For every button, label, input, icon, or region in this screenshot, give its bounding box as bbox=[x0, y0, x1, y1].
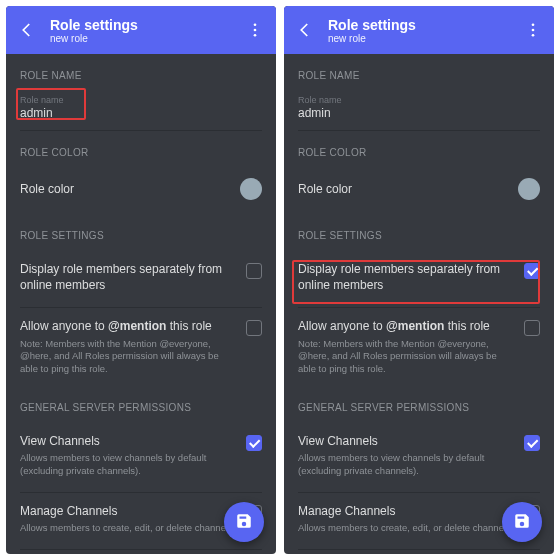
save-icon bbox=[513, 512, 531, 532]
checkbox-display-separate[interactable] bbox=[524, 263, 540, 279]
back-arrow-icon[interactable] bbox=[296, 21, 314, 39]
role-color-swatch[interactable] bbox=[240, 178, 262, 200]
role-color-label: Role color bbox=[298, 182, 518, 196]
section-general-perms: GENERAL SERVER PERMISSIONS bbox=[298, 402, 540, 413]
perm-view-channels-desc: Allows members to view channels by defau… bbox=[298, 452, 514, 478]
svg-point-0 bbox=[254, 23, 257, 26]
divider bbox=[20, 130, 262, 131]
perm-manage-roles[interactable]: Manage Roles Allows members to create ne… bbox=[298, 550, 540, 554]
header-titles: Role settings new role bbox=[50, 17, 232, 44]
checkbox-allow-mention[interactable] bbox=[524, 320, 540, 336]
scroll-content: ROLE NAME Role name admin ROLE COLOR Rol… bbox=[6, 54, 276, 554]
setting-display-separate-title: Display role members separately from onl… bbox=[20, 261, 236, 293]
section-role-name: ROLE NAME bbox=[298, 70, 540, 81]
header-subtitle: new role bbox=[50, 33, 232, 44]
perm-manage-channels-desc: Allows members to create, edit, or delet… bbox=[20, 522, 236, 535]
role-name-field-label: Role name bbox=[20, 95, 262, 105]
header-titles: Role settings new role bbox=[328, 17, 510, 44]
svg-point-1 bbox=[254, 29, 257, 32]
checkbox-display-separate[interactable] bbox=[246, 263, 262, 279]
role-name-field-value: admin bbox=[298, 106, 540, 120]
checkbox-view-channels[interactable] bbox=[246, 435, 262, 451]
section-role-settings: ROLE SETTINGS bbox=[298, 230, 540, 241]
setting-display-separate-title: Display role members separately from onl… bbox=[298, 261, 514, 293]
role-color-row[interactable]: Role color bbox=[298, 168, 540, 214]
header-bar: Role settings new role bbox=[284, 6, 554, 54]
role-name-field[interactable]: Role name admin bbox=[20, 91, 262, 126]
overflow-menu-icon[interactable] bbox=[524, 21, 542, 39]
setting-allow-mention-desc: Note: Members with the Mention @everyone… bbox=[298, 338, 514, 376]
setting-display-separate[interactable]: Display role members separately from onl… bbox=[298, 251, 540, 303]
section-role-color: ROLE COLOR bbox=[20, 147, 262, 158]
perm-view-channels-title: View Channels bbox=[20, 433, 236, 449]
role-name-field[interactable]: Role name admin bbox=[298, 91, 540, 126]
save-fab[interactable] bbox=[502, 502, 542, 542]
overflow-menu-icon[interactable] bbox=[246, 21, 264, 39]
section-role-color: ROLE COLOR bbox=[298, 147, 540, 158]
svg-point-5 bbox=[532, 34, 535, 37]
checkbox-allow-mention[interactable] bbox=[246, 320, 262, 336]
save-fab[interactable] bbox=[224, 502, 264, 542]
setting-display-separate[interactable]: Display role members separately from onl… bbox=[20, 251, 262, 303]
section-role-settings: ROLE SETTINGS bbox=[20, 230, 262, 241]
role-name-field-value: admin bbox=[20, 106, 262, 120]
scroll-content: ROLE NAME Role name admin ROLE COLOR Rol… bbox=[284, 54, 554, 554]
header-title: Role settings bbox=[50, 17, 232, 33]
header-bar: Role settings new role bbox=[6, 6, 276, 54]
back-arrow-icon[interactable] bbox=[18, 21, 36, 39]
perm-manage-roles[interactable]: Manage Roles Allows members to create ne… bbox=[20, 550, 262, 554]
role-color-swatch[interactable] bbox=[518, 178, 540, 200]
header-title: Role settings bbox=[328, 17, 510, 33]
perm-manage-channels-title: Manage Channels bbox=[298, 503, 514, 519]
perm-manage-channels-desc: Allows members to create, edit, or delet… bbox=[298, 522, 514, 535]
phone-right: Role settings new role ROLE NAME Role na… bbox=[284, 6, 554, 554]
setting-allow-mention-desc: Note: Members with the Mention @everyone… bbox=[20, 338, 236, 376]
perm-view-channels[interactable]: View Channels Allows members to view cha… bbox=[20, 423, 262, 488]
header-subtitle: new role bbox=[328, 33, 510, 44]
perm-view-channels-desc: Allows members to view channels by defau… bbox=[20, 452, 236, 478]
setting-allow-mention-title: Allow anyone to @mention this role bbox=[298, 318, 514, 334]
svg-point-2 bbox=[254, 34, 257, 37]
checkbox-view-channels[interactable] bbox=[524, 435, 540, 451]
role-name-field-label: Role name bbox=[298, 95, 540, 105]
section-general-perms: GENERAL SERVER PERMISSIONS bbox=[20, 402, 262, 413]
setting-allow-mention[interactable]: Allow anyone to @mention this role Note:… bbox=[298, 308, 540, 386]
save-icon bbox=[235, 512, 253, 532]
role-color-label: Role color bbox=[20, 182, 240, 196]
perm-view-channels[interactable]: View Channels Allows members to view cha… bbox=[298, 423, 540, 488]
perm-manage-channels-title: Manage Channels bbox=[20, 503, 236, 519]
svg-point-4 bbox=[532, 29, 535, 32]
phone-left: Role settings new role ROLE NAME Role na… bbox=[6, 6, 276, 554]
section-role-name: ROLE NAME bbox=[20, 70, 262, 81]
setting-allow-mention-title: Allow anyone to @mention this role bbox=[20, 318, 236, 334]
setting-allow-mention[interactable]: Allow anyone to @mention this role Note:… bbox=[20, 308, 262, 386]
perm-view-channels-title: View Channels bbox=[298, 433, 514, 449]
svg-point-3 bbox=[532, 23, 535, 26]
role-color-row[interactable]: Role color bbox=[20, 168, 262, 214]
